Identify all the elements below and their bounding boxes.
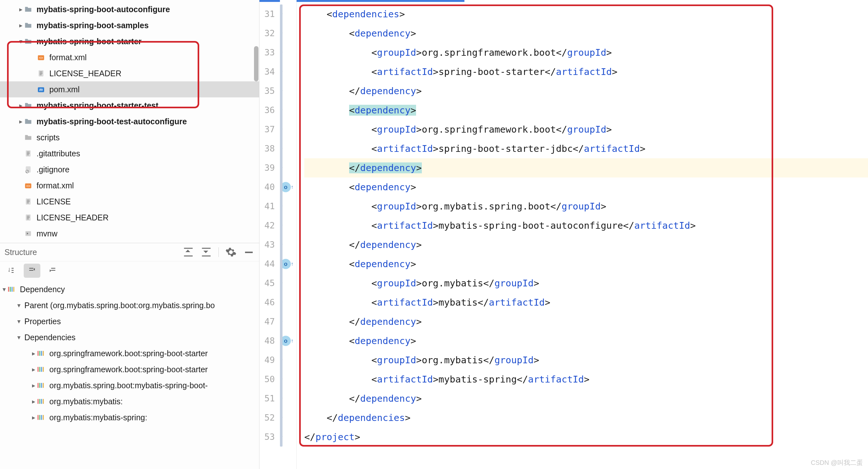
tree-arrow-icon[interactable]: ▸: [18, 17, 24, 33]
tree-arrow-icon: ▸: [31, 82, 36, 97]
line-number[interactable]: 45: [259, 274, 280, 293]
structure-item[interactable]: ▸org.mybatis:mybatis-spring:: [0, 409, 259, 426]
scrollbar-thumb[interactable]: [254, 46, 258, 82]
project-item[interactable]: ▸mpom.xml: [0, 82, 259, 97]
code-line[interactable]: <dependency>: [304, 331, 868, 350]
structure-item[interactable]: ▸org.springframework.boot:spring-boot-st…: [0, 362, 259, 377]
code-area[interactable]: <dependencies> <dependency> <groupId>org…: [297, 0, 868, 469]
code-line[interactable]: </dependency>: [304, 82, 868, 101]
tree-arrow-icon[interactable]: ▾: [1, 285, 7, 293]
svg-rect-46: [42, 399, 43, 404]
tree-arrow-icon[interactable]: ▸: [31, 366, 36, 373]
line-number[interactable]: 52: [259, 408, 280, 427]
expand-all-icon[interactable]: [183, 246, 194, 258]
project-item[interactable]: ▸LICENSE: [0, 193, 259, 210]
collapse-all-icon[interactable]: [200, 246, 212, 258]
project-item[interactable]: ▸<>format.xml: [0, 178, 259, 193]
tree-arrow-icon[interactable]: ▸: [31, 349, 36, 357]
marker-strip[interactable]: ▾▾▾▾▾▾▾▾▾o↑▾▾▾o↑▾▾▾o↑▾▾▾▾▾: [280, 0, 297, 469]
line-number[interactable]: 40: [259, 178, 280, 197]
project-item[interactable]: ▸scripts: [0, 129, 259, 146]
structure-item[interactable]: ▸org.springframework.boot:spring-boot-st…: [0, 345, 259, 362]
sort-alpha-button[interactable]: [3, 264, 20, 278]
line-number[interactable]: 43: [259, 235, 280, 254]
project-item[interactable]: ▸mybatis-spring-boot-samples: [0, 17, 259, 33]
structure-item[interactable]: ▸org.mybatis:mybatis:: [0, 394, 259, 409]
project-item[interactable]: ▸<>format.xml: [0, 49, 259, 65]
tree-arrow-icon[interactable]: ▸: [31, 414, 36, 421]
line-number[interactable]: 48: [259, 331, 280, 350]
line-number[interactable]: 42: [259, 216, 280, 235]
line-number[interactable]: 46: [259, 293, 280, 312]
code-line[interactable]: <artifactId>spring-boot-starter-jdbc</ar…: [304, 139, 868, 158]
structure-label: org.mybatis:mybatis-spring:: [49, 413, 147, 422]
tree-arrow-icon[interactable]: ▾: [16, 302, 22, 309]
line-number[interactable]: 31: [259, 4, 280, 24]
project-item[interactable]: ▸mvnw: [0, 225, 259, 242]
code-line[interactable]: <groupId>org.springframework.boot</group…: [304, 120, 868, 139]
project-item[interactable]: ▸LICENSE_HEADER: [0, 210, 259, 225]
line-number[interactable]: 50: [259, 370, 280, 389]
code-line[interactable]: </dependency>: [304, 158, 868, 178]
code-line[interactable]: <dependency>: [304, 101, 868, 120]
line-number[interactable]: 34: [259, 62, 280, 82]
line-number[interactable]: 35: [259, 82, 280, 101]
tree-arrow-icon[interactable]: ▾: [16, 317, 22, 325]
project-item[interactable]: ▸.gitignore: [0, 161, 259, 178]
project-tree[interactable]: ▸mybatis-spring-boot-autoconfigure▸mybat…: [0, 0, 259, 243]
structure-item[interactable]: ▾Properties: [0, 313, 259, 329]
project-item[interactable]: ▸.gitattributes: [0, 146, 259, 161]
code-line[interactable]: </dependency>: [304, 312, 868, 331]
structure-item[interactable]: ▾Dependencies: [0, 329, 259, 345]
project-item[interactable]: ▸mybatis-spring-boot-test-autoconfigure: [0, 114, 259, 129]
scroll-from-button[interactable]: [44, 264, 61, 278]
code-line[interactable]: </dependencies>: [304, 408, 868, 427]
line-number[interactable]: 33: [259, 43, 280, 62]
code-line[interactable]: <artifactId>spring-boot-starter</artifac…: [304, 62, 868, 82]
line-number[interactable]: 32: [259, 24, 280, 43]
structure-tree[interactable]: ▾Dependency▾Parent (org.mybatis.spring.b…: [0, 280, 259, 426]
line-number[interactable]: 53: [259, 427, 280, 446]
code-line[interactable]: <artifactId>mybatis-spring</artifactId>: [304, 370, 868, 389]
tree-arrow-icon[interactable]: ▾: [16, 334, 22, 341]
line-number[interactable]: 39: [259, 158, 280, 178]
gutter[interactable]: 3132333435363738394041424344454647484950…: [259, 0, 280, 469]
code-line[interactable]: <dependencies>: [304, 4, 868, 24]
tree-arrow-icon[interactable]: ▸: [18, 97, 24, 114]
code-line[interactable]: <artifactId>mybatis-spring-boot-autoconf…: [304, 216, 868, 235]
tree-arrow-icon[interactable]: ▸: [18, 114, 24, 129]
gear-icon[interactable]: [225, 246, 237, 258]
project-item[interactable]: ▸LICENSE_HEADER: [0, 65, 259, 82]
code-line[interactable]: </project>: [304, 427, 868, 446]
project-item[interactable]: ▸mybatis-spring-boot-starter-test: [0, 97, 259, 114]
line-number[interactable]: 37: [259, 120, 280, 139]
tree-arrow-icon[interactable]: ▾: [18, 33, 24, 49]
code-line[interactable]: </dependency>: [304, 389, 868, 408]
autoscroll-button[interactable]: [24, 264, 40, 278]
code-line[interactable]: <groupId>org.mybatis.spring.boot</groupI…: [304, 197, 868, 216]
code-line[interactable]: <dependency>: [304, 178, 868, 197]
line-number[interactable]: 41: [259, 197, 280, 216]
structure-item[interactable]: ▾Dependency: [0, 281, 259, 297]
project-item[interactable]: ▸mybatis-spring-boot-autoconfigure: [0, 1, 259, 17]
tree-arrow-icon[interactable]: ▸: [31, 398, 36, 405]
line-number[interactable]: 36: [259, 101, 280, 120]
line-number[interactable]: 47: [259, 312, 280, 331]
line-number[interactable]: 49: [259, 350, 280, 370]
code-line[interactable]: <dependency>: [304, 24, 868, 43]
code-line[interactable]: </dependency>: [304, 235, 868, 254]
structure-item[interactable]: ▸org.mybatis.spring.boot:mybatis-spring-…: [0, 377, 259, 394]
project-item[interactable]: ▾mybatis-spring-boot-starter: [0, 33, 259, 49]
line-number[interactable]: 44: [259, 254, 280, 274]
code-line[interactable]: <groupId>org.mybatis</groupId>: [304, 274, 868, 293]
code-line[interactable]: <dependency>: [304, 254, 868, 274]
code-line[interactable]: <groupId>org.springframework.boot</group…: [304, 43, 868, 62]
tree-arrow-icon[interactable]: ▸: [31, 381, 36, 389]
tree-arrow-icon[interactable]: ▸: [18, 1, 24, 17]
minimize-icon[interactable]: [243, 246, 255, 258]
line-number[interactable]: 38: [259, 139, 280, 158]
line-number[interactable]: 51: [259, 389, 280, 408]
code-line[interactable]: <artifactId>mybatis</artifactId>: [304, 293, 868, 312]
code-line[interactable]: <groupId>org.mybatis</groupId>: [304, 350, 868, 370]
structure-item[interactable]: ▾Parent (org.mybatis.spring.boot:org.myb…: [0, 297, 259, 313]
